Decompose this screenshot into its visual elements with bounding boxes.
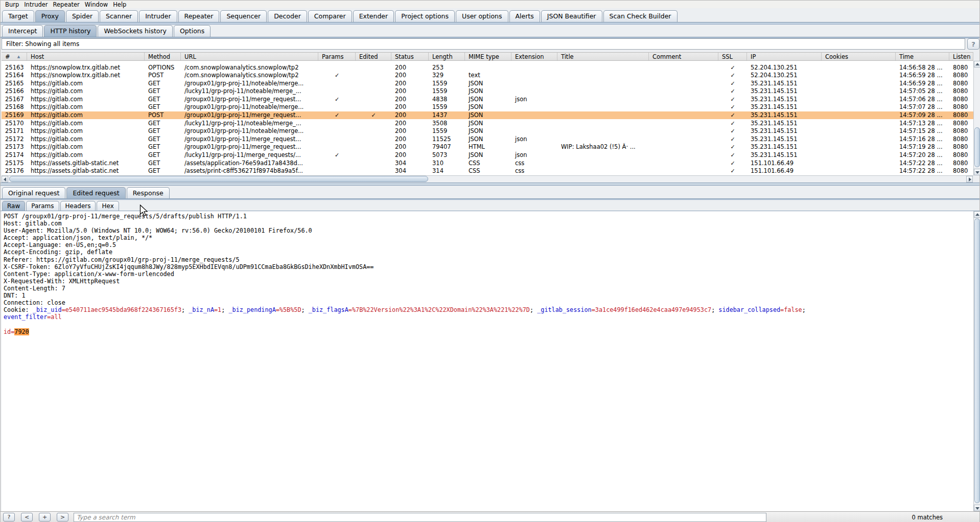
table-hscroll-thumb[interactable] bbox=[9, 176, 428, 182]
cell-time: 14:57:20 28 ... bbox=[896, 151, 949, 160]
cell-title bbox=[557, 127, 649, 135]
tab-scan-check-builder[interactable]: Scan Check Builder bbox=[603, 10, 678, 22]
tab-hex[interactable]: Hex bbox=[97, 201, 119, 211]
tab-json-beautifier[interactable]: JSON Beautifier bbox=[541, 10, 602, 22]
menu-item-repeater[interactable]: Repeater bbox=[51, 1, 82, 8]
scroll-up-button[interactable] bbox=[974, 211, 980, 218]
filter-bar[interactable]: Filter: Showing all items bbox=[2, 38, 965, 50]
scroll-up-button[interactable] bbox=[974, 61, 980, 67]
menu-item-intruder[interactable]: Intruder bbox=[21, 1, 50, 8]
editor-scroll-thumb[interactable] bbox=[974, 218, 980, 503]
tab-original-request[interactable]: Original request bbox=[2, 187, 65, 199]
tab-sequencer[interactable]: Sequencer bbox=[220, 10, 267, 22]
cell-edited bbox=[356, 103, 391, 111]
tab-headers[interactable]: Headers bbox=[60, 201, 96, 211]
tab-edited-request[interactable]: Edited request bbox=[66, 187, 125, 199]
search-input[interactable] bbox=[74, 513, 766, 522]
help-button[interactable]: ? bbox=[967, 38, 979, 50]
cell-time: 14:56:58 28 ... bbox=[896, 63, 949, 72]
table-row[interactable]: 25165https://gitlab.comGET/groupx01/grp-… bbox=[2, 79, 973, 87]
editor-vertical-scrollbar[interactable] bbox=[973, 211, 980, 511]
cell-mime: JSON bbox=[465, 151, 511, 160]
menu-item-window[interactable]: Window bbox=[82, 1, 110, 8]
cell-ext bbox=[511, 111, 557, 120]
table-vertical-scrollbar[interactable] bbox=[973, 61, 980, 175]
tab-websockets-history[interactable]: WebSockets history bbox=[98, 25, 173, 37]
tab-proxy[interactable]: Proxy bbox=[35, 10, 65, 22]
tab-scanner[interactable]: Scanner bbox=[100, 10, 138, 22]
table-scroll-thumb[interactable] bbox=[974, 127, 980, 167]
column-header-url[interactable]: URL bbox=[181, 53, 318, 60]
cell-id: 25164 bbox=[2, 72, 27, 80]
column-header-length[interactable]: Length bbox=[429, 53, 465, 60]
table-row[interactable]: 25171https://gitlab.comGET/groupx01/grp-… bbox=[2, 127, 973, 135]
column-header-listen[interactable]: Listen bbox=[949, 53, 973, 60]
cell-mime: JSON bbox=[465, 103, 511, 111]
tab-user-options[interactable]: User options bbox=[456, 10, 508, 22]
tab-repeater[interactable]: Repeater bbox=[178, 10, 220, 22]
table-row[interactable]: 25170https://gitlab.comGET/lucky11/grp-p… bbox=[2, 119, 973, 127]
raw-request-editor[interactable]: POST /groupx01/grp-proj-11/merge_request… bbox=[2, 211, 973, 511]
checkmark-icon: ✓ bbox=[335, 72, 339, 79]
tab-http-history[interactable]: HTTP history bbox=[44, 25, 97, 37]
scroll-down-button[interactable] bbox=[974, 505, 980, 511]
menu-item-help[interactable]: Help bbox=[110, 1, 129, 8]
column-header-params[interactable]: Params bbox=[318, 53, 356, 60]
column-header-title[interactable]: Title bbox=[557, 53, 649, 60]
tab-params[interactable]: Params bbox=[26, 201, 59, 211]
column-header-time[interactable]: Time bbox=[896, 53, 949, 60]
up-arrow-icon bbox=[975, 213, 979, 216]
tab-extender[interactable]: Extender bbox=[353, 10, 394, 22]
scroll-right-button[interactable] bbox=[966, 176, 973, 183]
table-row[interactable]: 25173https://gitlab.comGET/groupx01/grp-… bbox=[2, 143, 973, 151]
tab-intruder[interactable]: Intruder bbox=[139, 10, 177, 22]
menu-item-burp[interactable]: Burp bbox=[3, 1, 21, 8]
scroll-down-button[interactable] bbox=[974, 169, 980, 175]
column-header-status[interactable]: Status bbox=[391, 53, 429, 60]
cell-ssl: ✓ bbox=[718, 87, 747, 96]
column-header-host[interactable]: Host bbox=[27, 53, 145, 60]
cell-mime: JSON bbox=[465, 135, 511, 143]
table-row[interactable]: 25168https://gitlab.comGET/groupx01/grp-… bbox=[2, 103, 973, 111]
table-row[interactable]: 25166https://gitlab.comGET/lucky11/grp-p… bbox=[2, 87, 973, 96]
cell-method: GET bbox=[145, 127, 181, 135]
add-button[interactable]: + bbox=[39, 513, 51, 521]
table-row[interactable]: 25169https://gitlab.comPOST/groupx01/grp… bbox=[2, 111, 973, 120]
table-row[interactable]: 25175https://assets.gitlab-static.netGET… bbox=[2, 159, 973, 167]
column-header-ssl[interactable]: SSL bbox=[718, 53, 747, 60]
tab-intercept[interactable]: Intercept bbox=[2, 25, 43, 37]
column-header-ip[interactable]: IP bbox=[747, 53, 822, 60]
split-pane-divider[interactable] bbox=[1, 183, 979, 186]
column-header-cookies[interactable]: Cookies bbox=[822, 53, 896, 60]
tab-decoder[interactable]: Decoder bbox=[268, 10, 307, 22]
tab-comparer[interactable]: Comparer bbox=[308, 10, 352, 22]
cell-cookies bbox=[822, 87, 896, 96]
table-row[interactable]: 25167https://gitlab.comGET/groupx01/grp-… bbox=[2, 95, 973, 103]
next-match-button[interactable]: > bbox=[57, 513, 68, 521]
table-row[interactable]: 25174https://gitlab.comGET/lucky11/grp-p… bbox=[2, 151, 973, 160]
column-header-extension[interactable]: Extension bbox=[511, 53, 557, 60]
tab-raw[interactable]: Raw bbox=[2, 201, 25, 211]
table-row[interactable]: 25176https://assets.gitlab-static.netGET… bbox=[2, 167, 973, 175]
tab-spider[interactable]: Spider bbox=[66, 10, 99, 22]
cell-listen: 8080 bbox=[949, 111, 973, 120]
column-header--[interactable]: #▲ bbox=[2, 53, 27, 60]
cell-time: 14:57:19 28 ... bbox=[896, 143, 949, 151]
tab-alerts[interactable]: Alerts bbox=[509, 10, 540, 22]
search-help-button[interactable]: ? bbox=[3, 513, 15, 521]
column-header-method[interactable]: Method bbox=[145, 53, 181, 60]
previous-match-button[interactable]: < bbox=[21, 513, 33, 521]
column-header-comment[interactable]: Comment bbox=[649, 53, 718, 60]
column-header-edited[interactable]: Edited bbox=[356, 53, 391, 60]
scroll-left-button[interactable] bbox=[2, 176, 8, 183]
table-row[interactable]: 25172https://gitlab.comGET/groupx01/grp-… bbox=[2, 135, 973, 143]
tab-options[interactable]: Options bbox=[174, 25, 211, 37]
cell-id: 25163 bbox=[2, 63, 27, 72]
table-row[interactable]: 25164https://snowplow.trx.gitlab.netPOST… bbox=[2, 72, 973, 80]
tab-response[interactable]: Response bbox=[127, 187, 170, 199]
tab-project-options[interactable]: Project options bbox=[395, 10, 455, 22]
table-horizontal-scrollbar[interactable] bbox=[2, 175, 973, 182]
column-header-mime-type[interactable]: MIME type bbox=[465, 53, 511, 60]
tab-target[interactable]: Target bbox=[2, 10, 34, 22]
table-row[interactable]: 25163https://snowplow.trx.gitlab.netOPTI… bbox=[2, 63, 973, 72]
